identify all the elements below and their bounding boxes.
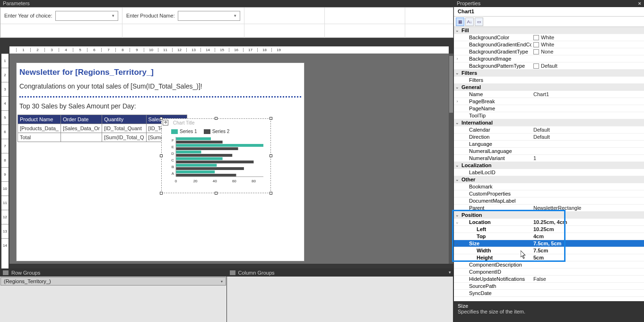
resize-handle[interactable] xyxy=(160,192,163,195)
property-category[interactable]: ⌄General xyxy=(454,84,644,91)
property-row[interactable]: ToolTip xyxy=(454,112,644,119)
row-groups-header: Row Groups xyxy=(0,268,226,277)
design-scrollbar-vertical[interactable] xyxy=(449,54,453,264)
property-row[interactable]: Width7.5cm xyxy=(454,247,644,254)
property-row[interactable]: BackgroundPatternTypeDefault xyxy=(454,63,644,70)
property-pages-button[interactable]: ▭ xyxy=(475,18,483,26)
group-panel-menu[interactable]: ▾ xyxy=(446,268,453,277)
property-row[interactable]: ›PageBreak xyxy=(454,98,644,105)
property-row[interactable]: Language xyxy=(454,141,644,148)
property-row[interactable]: BackgroundGradientTypeNone xyxy=(454,48,644,55)
property-row[interactable]: BackgroundGradientEndColorWhite xyxy=(454,41,644,48)
row-group-label: (Regions_Territory_) xyxy=(4,278,51,284)
dropdown-arrow-icon[interactable]: ▾ xyxy=(221,279,223,284)
svg-rect-0 xyxy=(176,137,211,140)
canvas-background[interactable]: Newsletter for [Regions_Territory_] Cong… xyxy=(9,54,449,264)
report-title[interactable]: Newsletter for [Regions_Territory_] xyxy=(17,63,304,80)
properties-object-name[interactable]: Chart1 xyxy=(454,7,644,17)
resize-handle[interactable] xyxy=(215,117,218,120)
property-row[interactable]: CustomProperties xyxy=(454,190,644,197)
svg-rect-12 xyxy=(176,164,217,167)
property-row[interactable]: PageName xyxy=(454,105,644,112)
dropdown-arrow-icon: ▾ xyxy=(232,12,239,19)
resize-handle[interactable] xyxy=(160,117,163,120)
param-year-select[interactable]: ▾ xyxy=(55,11,118,21)
th-orderdate[interactable]: Order Date xyxy=(61,115,102,124)
property-row[interactable]: CalendarDefault xyxy=(454,126,644,134)
properties-grid[interactable]: ⌄FillBackgroundColorWhiteBackgroundGradi… xyxy=(454,27,644,301)
property-row[interactable]: ⌄Size7.5cm, 5cm xyxy=(454,240,644,247)
property-row[interactable]: DocumentMapLabel xyxy=(454,197,644,205)
property-row[interactable]: SyncDate xyxy=(454,290,644,297)
svg-text:F: F xyxy=(172,138,174,143)
property-category[interactable]: ⌄Filters xyxy=(454,70,644,77)
param-product-label: Enter Product Name: xyxy=(126,13,175,18)
property-row[interactable]: BackgroundColorWhite xyxy=(454,34,644,41)
categorized-view-button[interactable]: ▦ xyxy=(456,18,464,26)
scrollbar-thumb[interactable] xyxy=(449,56,453,113)
chart-legend[interactable]: Series 1 Series 2 xyxy=(162,127,270,136)
property-category[interactable]: ⌄Fill xyxy=(454,27,644,34)
svg-text:B: B xyxy=(172,165,174,169)
svg-rect-9 xyxy=(176,157,223,160)
alphabetical-view-button[interactable]: A↓ xyxy=(465,18,474,26)
svg-rect-16 xyxy=(176,174,236,177)
report-page[interactable]: Newsletter for [Regions_Territory_] Cong… xyxy=(16,63,305,261)
close-icon[interactable]: × xyxy=(638,0,641,7)
column-groups-body[interactable] xyxy=(227,277,453,322)
param-product-select[interactable]: ▾ xyxy=(178,11,240,21)
property-row[interactable]: SourcePath xyxy=(454,283,644,290)
property-row[interactable]: ›BackgroundImage xyxy=(454,55,644,63)
property-row[interactable]: ⌄Location10.25cm, 4cm xyxy=(454,219,644,226)
chart-object[interactable]: ✥ Chart Title Series 1 Series 2 FEDCBA02… xyxy=(161,118,271,193)
move-grip-icon[interactable]: ✥ xyxy=(163,120,168,125)
legend-swatch-2 xyxy=(204,129,210,134)
td-total[interactable]: Total xyxy=(18,133,61,142)
legend-entry-2: Series 2 xyxy=(204,129,230,134)
report-subtitle[interactable]: Top 30 Sales by Sales Amount per Day: xyxy=(17,99,304,113)
chart-plot[interactable]: FEDCBA020406080 xyxy=(166,136,266,183)
resize-handle[interactable] xyxy=(215,192,218,195)
td[interactable] xyxy=(61,133,102,142)
td[interactable]: [Sum(ID_Total_Q xyxy=(102,133,146,142)
property-row[interactable]: HideUpdateNotificationsFalse xyxy=(454,276,644,283)
property-row[interactable]: NameChart1 xyxy=(454,91,644,98)
th-qty[interactable]: Quantity xyxy=(102,115,146,124)
property-row[interactable]: Top4cm xyxy=(454,233,644,240)
resize-handle[interactable] xyxy=(270,154,272,157)
property-row[interactable]: ComponentID xyxy=(454,268,644,276)
chart-title-placeholder[interactable]: Chart Title xyxy=(162,119,270,127)
property-category[interactable]: ⌄Other xyxy=(454,176,644,183)
svg-rect-7 xyxy=(176,154,232,157)
row-groups-body[interactable]: (Regions_Territory_) ▾ xyxy=(0,277,226,322)
param-empty-1[interactable] xyxy=(244,8,325,24)
property-row[interactable]: NumeralLanguage xyxy=(454,148,644,155)
td[interactable]: [Products_Data_ xyxy=(18,124,61,133)
property-row[interactable]: ComponentDescription xyxy=(454,261,644,268)
row-group-item[interactable]: (Regions_Territory_) ▾ xyxy=(0,277,226,286)
property-row[interactable]: Filters xyxy=(454,77,644,84)
property-row[interactable]: Bookmark xyxy=(454,183,644,190)
property-row[interactable]: DirectionDefault xyxy=(454,134,644,141)
property-row[interactable]: Left10.25cm xyxy=(454,226,644,233)
property-category[interactable]: ⌄Position xyxy=(454,212,644,219)
row-groups-title: Row Groups xyxy=(11,270,40,276)
resize-handle[interactable] xyxy=(270,192,272,195)
th-product[interactable]: Product Name xyxy=(18,115,61,124)
td[interactable]: [ID_Total_Quant xyxy=(102,124,146,133)
svg-rect-3 xyxy=(176,144,263,147)
property-row[interactable]: LabelLocID xyxy=(454,169,644,176)
property-row[interactable]: NumeralVariant1 xyxy=(454,155,644,162)
resize-handle[interactable] xyxy=(160,154,163,157)
property-row[interactable]: ParentNewsletterRectangle xyxy=(454,205,644,212)
param-empty-2[interactable] xyxy=(325,8,405,24)
rows-icon xyxy=(3,270,9,275)
property-category[interactable]: ⌄Localization xyxy=(454,162,644,169)
param-year-label: Enter Year of choice: xyxy=(4,13,52,18)
report-congrats[interactable]: Congratulations on your total sales of [… xyxy=(17,80,304,93)
td[interactable]: [Sales_Data_Or xyxy=(61,124,102,133)
legend-swatch-1 xyxy=(171,129,178,134)
property-category[interactable]: ⌄International xyxy=(454,119,644,126)
resize-handle[interactable] xyxy=(270,117,272,120)
property-row[interactable]: Height5cm xyxy=(454,254,644,261)
